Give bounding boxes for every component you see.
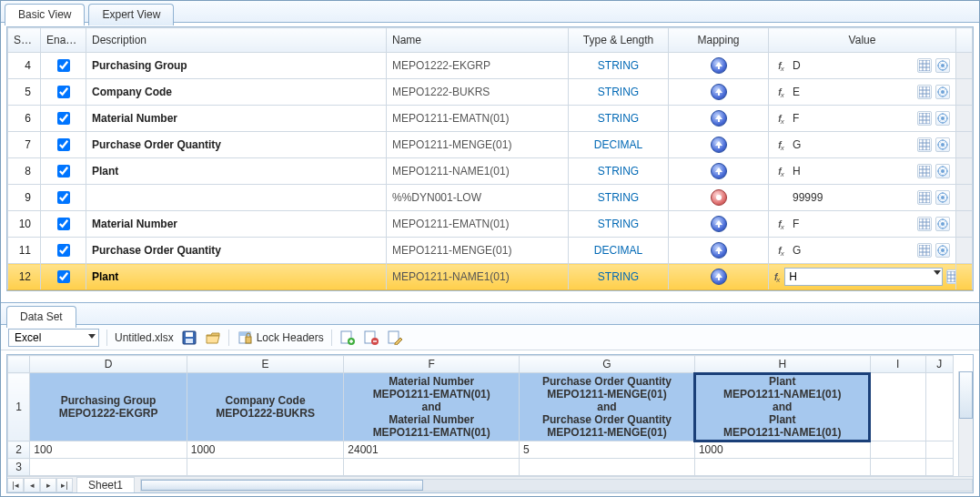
nav-last-icon[interactable]: ▸| bbox=[56, 478, 73, 492]
cell-enable[interactable] bbox=[41, 158, 86, 185]
hdr-J[interactable] bbox=[925, 373, 953, 441]
tab-data-set[interactable]: Data Set bbox=[6, 306, 76, 328]
cell-enable[interactable] bbox=[41, 211, 86, 238]
lock-headers-label[interactable]: Lock Headers bbox=[257, 331, 324, 344]
enable-checkbox[interactable] bbox=[57, 138, 70, 151]
col-type[interactable]: Type & Length bbox=[569, 28, 669, 53]
table-row[interactable]: 4Purchasing GroupMEPO1222-EKGRPSTRINGD bbox=[8, 53, 973, 79]
colh-E[interactable]: E bbox=[187, 356, 343, 373]
grid-scrollbar[interactable] bbox=[956, 53, 973, 79]
cell-mapping[interactable] bbox=[669, 79, 769, 106]
cell-mapping[interactable] bbox=[669, 106, 769, 132]
grid-scrollbar[interactable] bbox=[956, 238, 973, 264]
sheet-tab[interactable]: Sheet1 bbox=[76, 477, 135, 492]
grid-scrollbar[interactable] bbox=[956, 158, 973, 185]
value-gear-icon[interactable] bbox=[935, 190, 950, 205]
colh-D[interactable]: D bbox=[30, 356, 187, 373]
value-grid-icon[interactable] bbox=[917, 217, 932, 231]
col-desc[interactable]: Description bbox=[86, 28, 387, 53]
colh-J[interactable]: J bbox=[925, 356, 953, 373]
hdr-F[interactable]: Material Number MEPO1211-EMATN(01) and M… bbox=[344, 373, 520, 441]
table-row[interactable]: 9%%DYN001-LOWSTRING99999 bbox=[8, 185, 973, 211]
colh-G[interactable]: G bbox=[520, 356, 695, 373]
col-value[interactable]: Value bbox=[769, 28, 956, 53]
cell-H2[interactable]: 1000 bbox=[694, 441, 870, 459]
sheet-edit-icon[interactable] bbox=[387, 330, 403, 346]
nav-prev-icon[interactable]: ◂ bbox=[24, 478, 40, 492]
col-sno[interactable]: S.No bbox=[8, 28, 41, 53]
enable-checkbox[interactable] bbox=[57, 270, 70, 283]
cell-value[interactable]: 99999 bbox=[769, 185, 956, 211]
value-grid-icon[interactable] bbox=[917, 58, 932, 73]
col-map[interactable]: Mapping bbox=[669, 28, 769, 53]
nav-first-icon[interactable]: |◂ bbox=[7, 478, 24, 492]
value-gear-icon[interactable] bbox=[935, 111, 950, 126]
enable-checkbox[interactable] bbox=[57, 112, 70, 125]
mapping-none-icon[interactable] bbox=[711, 189, 727, 206]
value-gear-icon[interactable] bbox=[935, 243, 950, 258]
value-grid-icon[interactable] bbox=[917, 190, 932, 205]
mapping-up-icon[interactable] bbox=[711, 216, 727, 232]
cell-value[interactable]: F bbox=[769, 106, 956, 132]
cell-mapping[interactable] bbox=[669, 264, 769, 290]
cell-value[interactable] bbox=[769, 264, 956, 290]
fx-icon[interactable] bbox=[774, 111, 789, 126]
cell-mapping[interactable] bbox=[669, 53, 769, 79]
cell-enable[interactable] bbox=[41, 106, 86, 132]
cell-value[interactable]: H bbox=[769, 158, 956, 185]
fx-icon[interactable] bbox=[774, 269, 781, 284]
rowh-2[interactable]: 2 bbox=[8, 441, 30, 459]
cell-enable[interactable] bbox=[41, 79, 86, 106]
nav-next-icon[interactable]: ▸ bbox=[40, 478, 56, 492]
colh-I[interactable]: I bbox=[870, 356, 925, 373]
table-row[interactable]: 12PlantMEPO1211-NAME1(01)STRING bbox=[8, 264, 973, 290]
grid-scrollbar[interactable] bbox=[956, 185, 973, 211]
cell-F2[interactable]: 24001 bbox=[344, 441, 520, 459]
cell-mapping[interactable] bbox=[669, 132, 769, 158]
cell-enable[interactable] bbox=[41, 264, 86, 290]
cell-value[interactable]: E bbox=[769, 79, 956, 106]
grid-scrollbar[interactable] bbox=[956, 211, 973, 238]
table-row[interactable]: 5Company CodeMEPO1222-BUKRSSTRINGE bbox=[8, 79, 973, 106]
fx-icon[interactable] bbox=[774, 243, 789, 258]
lock-headers-icon[interactable] bbox=[237, 330, 253, 346]
enable-checkbox[interactable] bbox=[57, 59, 70, 72]
cell-value[interactable]: F bbox=[769, 211, 956, 238]
save-icon[interactable] bbox=[181, 330, 197, 346]
mapping-up-icon[interactable] bbox=[711, 84, 727, 100]
mapping-up-icon[interactable] bbox=[711, 57, 727, 74]
col-name[interactable]: Name bbox=[387, 28, 569, 53]
fx-icon[interactable] bbox=[774, 58, 789, 73]
cell-E2[interactable]: 1000 bbox=[187, 441, 343, 459]
cell-J2[interactable] bbox=[925, 441, 953, 459]
value-gear-icon[interactable] bbox=[935, 85, 950, 99]
grid-scrollbar[interactable] bbox=[956, 264, 973, 290]
hdr-H[interactable]: Plant MEPO1211-NAME1(01) and Plant MEPO1… bbox=[694, 373, 870, 441]
value-gear-icon[interactable] bbox=[935, 164, 950, 178]
cell-value[interactable]: D bbox=[769, 53, 956, 79]
enable-checkbox[interactable] bbox=[57, 244, 70, 257]
tab-expert-view[interactable]: Expert View bbox=[88, 4, 174, 25]
value-grid-icon[interactable] bbox=[946, 269, 955, 284]
hdr-I[interactable] bbox=[870, 373, 925, 441]
table-row[interactable]: 11Purchase Order QuantityMEPO1211-MENGE(… bbox=[8, 238, 973, 264]
mapping-up-icon[interactable] bbox=[711, 137, 727, 153]
sheet-vscroll[interactable] bbox=[958, 371, 973, 476]
value-gear-icon[interactable] bbox=[935, 137, 950, 152]
mapping-up-icon[interactable] bbox=[711, 269, 727, 285]
value-grid-icon[interactable] bbox=[917, 243, 932, 258]
value-input[interactable] bbox=[784, 268, 943, 286]
rowh-1[interactable]: 1 bbox=[8, 373, 30, 441]
enable-checkbox[interactable] bbox=[57, 191, 70, 204]
cell-mapping[interactable] bbox=[669, 158, 769, 185]
hdr-D[interactable]: Purchasing Group MEPO1222-EKGRP bbox=[30, 373, 187, 441]
source-combo[interactable] bbox=[8, 329, 99, 347]
fx-icon[interactable] bbox=[774, 217, 789, 231]
open-folder-icon[interactable] bbox=[205, 330, 221, 346]
table-row[interactable]: 10Material NumberMEPO1211-EMATN(01)STRIN… bbox=[8, 211, 973, 238]
enable-checkbox[interactable] bbox=[57, 86, 70, 98]
cell-mapping[interactable] bbox=[669, 238, 769, 264]
table-row[interactable]: 8PlantMEPO1211-NAME1(01)STRINGH bbox=[8, 158, 973, 185]
sheet-add-icon[interactable] bbox=[339, 330, 356, 346]
grid-scrollbar[interactable] bbox=[956, 132, 973, 158]
